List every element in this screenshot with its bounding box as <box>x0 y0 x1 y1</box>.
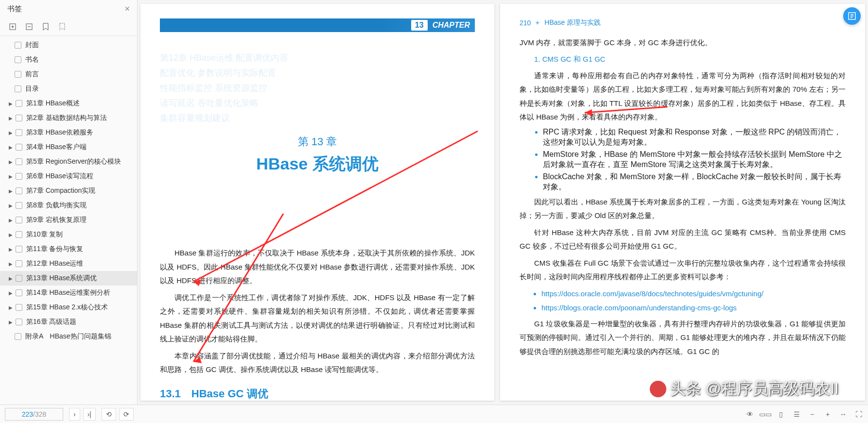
sidebar-item[interactable]: ▶第2章 基础数据结构与算法 <box>0 111 137 125</box>
bookmark-page-icon <box>16 187 22 194</box>
sidebar-item-label: 第10章 复制 <box>26 230 63 239</box>
sidebar-item[interactable]: ▶第12章 HBase运维 <box>0 256 137 271</box>
body-para: 针对 HBase 这种大内存系统，目前 JVM 对应的主流 GC 策略有 CMS… <box>520 226 846 254</box>
sidebar-item[interactable]: 附录A HBase热门问题集锦 <box>0 329 137 344</box>
sidebar-item[interactable]: 封面 <box>0 38 137 52</box>
zoom-out-icon[interactable]: − <box>808 410 816 419</box>
chevron-right-icon: ▶ <box>9 290 14 296</box>
chapter-number: 第 13 章 <box>160 135 475 149</box>
continuous-icon[interactable]: ☰ <box>792 410 801 419</box>
page-right: 210 ✦ HBase 原理与实践 JVM 内存，就需要落脚于 GC 本身，对 … <box>500 4 865 401</box>
chapter-banner: 13 CHAPTER <box>160 18 475 32</box>
remove-bookmark-icon[interactable] <box>25 23 33 31</box>
sidebar-item[interactable]: ▶第1章 HBase概述 <box>0 96 137 111</box>
sidebar-item[interactable]: ▶第6章 HBase读写流程 <box>0 169 137 184</box>
bookmark-page-icon <box>16 217 22 223</box>
sidebar-item[interactable]: ▶第8章 负载均衡实现 <box>0 198 137 213</box>
subsection-heading: 1. CMS GC 和 G1 GC <box>520 55 846 64</box>
bookmarks-sidebar: 书签 × 封面书名前言目录▶第1章 HBase概述▶第2章 基础数据结构与算法▶… <box>0 0 138 405</box>
sidebar-item[interactable]: ▶第15章 HBase 2.x核心技术 <box>0 300 137 315</box>
bookmark-page-icon <box>16 304 22 311</box>
status-bar: 223/328 › ›| ⟲ ⟳ 👁 ▭▭ ▯ ☰ − + ↔ ⛶ <box>0 405 868 423</box>
body-para: 因此可以看出，HBase 系统属于长寿对象居多的工程，一方面，G这类短寿对象在 … <box>520 195 846 223</box>
sidebar-title: 书签 <box>7 4 22 14</box>
bookmark-list: 封面书名前言目录▶第1章 HBase概述▶第2章 基础数据结构与算法▶第3章 H… <box>0 36 137 405</box>
bookmark-page-icon <box>16 129 22 136</box>
bookmark-page-icon <box>16 173 22 180</box>
add-bookmark-icon[interactable] <box>9 23 17 31</box>
sidebar-item-label: 第4章 HBase客户端 <box>26 143 87 152</box>
sidebar-item[interactable]: ▶第5章 RegionServer的核心模块 <box>0 154 137 169</box>
body-para: 通常来讲，每种应用都会有自己的内存对象特性，通常可分为两种（指存活时间相对较短的… <box>520 69 846 124</box>
sidebar-item[interactable]: ▶第16章 高级话题 <box>0 315 137 329</box>
sidebar-item-label: 目录 <box>25 85 39 93</box>
next-page-button[interactable]: › <box>69 408 80 421</box>
sidebar-item-label: 第5章 RegionServer的核心模块 <box>26 157 121 166</box>
bookmark-page-icon <box>16 202 22 209</box>
sidebar-item-label: 附录A HBase热门问题集锦 <box>25 332 111 341</box>
sidebar-item-label: 第16章 高级话题 <box>26 318 76 326</box>
list-item: MemStore 对象，HBase 的 MemStore 中对象一般会持续存活较… <box>543 150 846 170</box>
sidebar-item-label: 第2章 基础数据结构与算法 <box>26 114 107 122</box>
sidebar-item-label: 第14章 HBase运维案例分析 <box>26 288 110 297</box>
fit-width-icon[interactable]: ↔ <box>839 410 848 419</box>
history-back-button[interactable]: ⟲ <box>102 408 116 421</box>
bookmark-icon[interactable] <box>42 23 50 31</box>
body-para: HBase 集群运行的效率，不仅取决于 HBase 系统本身，还取决于其所依赖的… <box>160 246 475 288</box>
chevron-right-icon: ▶ <box>9 159 14 165</box>
history-fwd-button[interactable]: ⟳ <box>119 408 134 421</box>
bookmark-page-icon <box>15 56 21 63</box>
bookmark-page-icon <box>15 71 21 78</box>
sidebar-item-label: 第9章 宕机恢复原理 <box>26 216 87 224</box>
chevron-right-icon: ▶ <box>9 203 14 208</box>
bookmark-page-icon <box>16 100 22 107</box>
document-viewport: 13 CHAPTER 第12章 HBase运维 配置调优内容配置优化 参数说明与… <box>138 0 868 405</box>
chevron-right-icon: ▶ <box>9 232 14 237</box>
sidebar-item[interactable]: ▶第11章 备份与恢复 <box>0 242 137 256</box>
bookmark-page-icon <box>16 319 22 325</box>
body-para: JVM 内存，就需要落脚于 GC 本身，对 GC 本身进行优化。 <box>520 36 846 50</box>
sidebar-item-label: 第6章 HBase读写流程 <box>26 172 93 181</box>
single-page-icon[interactable]: ▯ <box>777 410 785 419</box>
sidebar-item[interactable]: ▶第13章 HBase系统调优 <box>0 271 137 286</box>
sidebar-item-label: 前言 <box>25 70 39 79</box>
sidebar-item[interactable]: 前言 <box>0 67 137 82</box>
chevron-right-icon: ▶ <box>9 218 14 223</box>
sidebar-item[interactable]: ▶第7章 Compaction实现 <box>0 184 137 198</box>
section-heading: 13.1 HBase GC 调优 <box>160 387 475 401</box>
sidebar-item[interactable]: ▶第9章 宕机恢复原理 <box>0 213 137 227</box>
sidebar-item[interactable]: ▶第3章 HBase依赖服务 <box>0 125 137 140</box>
close-icon[interactable]: × <box>124 4 130 14</box>
fullscreen-icon[interactable]: ⛶ <box>854 410 863 419</box>
sidebar-item-label: 第7章 Compaction实现 <box>26 186 95 195</box>
body-para: 调优工作是一个系统性工作，调优者除了对操作系统、JDK、HDFS 以及 HBas… <box>160 291 475 346</box>
sidebar-item-label: 第8章 负载均衡实现 <box>26 201 87 210</box>
chevron-right-icon: ▶ <box>9 101 14 106</box>
sidebar-item[interactable]: ▶第4章 HBase客户端 <box>0 140 137 154</box>
sidebar-item[interactable]: 目录 <box>0 82 137 96</box>
bookmark-page-icon <box>15 333 21 340</box>
view-mode-icon[interactable]: 👁 <box>746 410 754 419</box>
bookmark-page-icon <box>16 275 22 282</box>
sidebar-item[interactable]: ▶第14章 HBase运维案例分析 <box>0 286 137 300</box>
chevron-right-icon: ▶ <box>9 145 14 150</box>
last-page-button[interactable]: ›| <box>83 408 96 421</box>
float-action-button[interactable] <box>843 7 861 25</box>
body-para: CMS 收集器在 Full GC 场景下会尝试通过一次串行的完整垃圾收集内存，这… <box>520 256 846 284</box>
bookmark-page-icon <box>16 289 22 296</box>
link-item[interactable]: https://blogs.oracle.com/poonam/understa… <box>541 301 846 314</box>
bookmark-page-icon <box>16 144 22 151</box>
zoom-in-icon[interactable]: + <box>823 410 832 419</box>
bookmark-page-icon <box>16 158 22 165</box>
two-page-icon[interactable]: ▭▭ <box>761 410 770 419</box>
bookmark-outline-icon[interactable] <box>58 23 66 31</box>
chevron-right-icon: ▶ <box>9 320 14 325</box>
sidebar-item-label: 第11章 备份与恢复 <box>26 245 83 254</box>
bookmark-page-icon <box>16 231 22 238</box>
sidebar-item[interactable]: 书名 <box>0 52 137 67</box>
page-left: 13 CHAPTER 第12章 HBase运维 配置调优内容配置优化 参数说明与… <box>140 4 494 401</box>
body-para: G1 垃圾收集器是一种增量型的收集器，具有并行整理内存碎片的功圾收集器，G1 能… <box>520 317 846 359</box>
link-item[interactable]: https://docs.oracle.com/javase/8/docs/te… <box>541 287 846 300</box>
page-number-input[interactable]: 223/328 <box>5 408 63 421</box>
sidebar-item[interactable]: ▶第10章 复制 <box>0 227 137 242</box>
